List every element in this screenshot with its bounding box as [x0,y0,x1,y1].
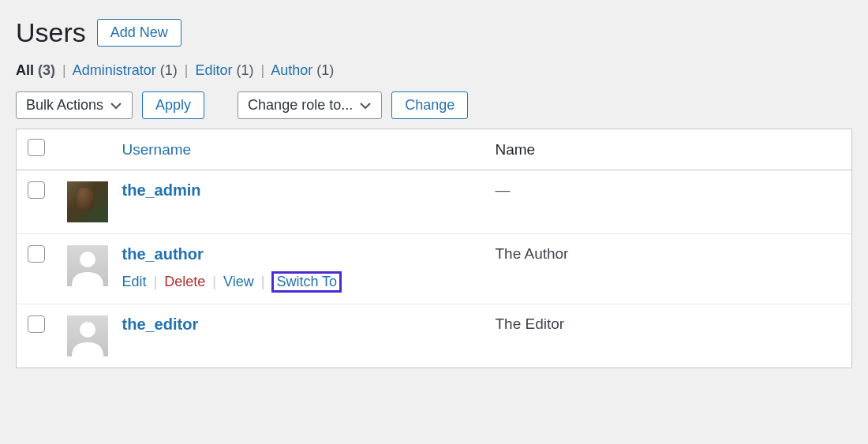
table-row: the_editor The Editor [17,304,852,368]
page-header: Users Add New [16,17,852,48]
filter-administrator[interactable]: Administrator (1) [73,62,178,78]
table-row: the_admin — [17,170,852,234]
avatar [67,315,108,356]
svg-point-1 [80,322,95,338]
username-link[interactable]: the_editor [122,315,199,333]
change-role-select[interactable]: Change role to... [238,91,382,119]
users-table: Username Name the_admin — [16,129,852,368]
row-actions: Edit | Delete | View | Switch To [122,271,483,293]
filter-author[interactable]: Author (1) [271,62,334,78]
switch-to-link[interactable]: Switch To [276,274,337,289]
page-title: Users [16,17,86,48]
filter-all[interactable]: All (3) [16,62,55,78]
chevron-down-icon [359,99,372,112]
name-value: The Editor [496,315,565,332]
username-link[interactable]: the_admin [122,181,201,199]
avatar [67,245,108,286]
edit-link[interactable]: Edit [122,274,147,289]
row-checkbox[interactable] [28,315,45,333]
role-filter-bar: All (3) | Administrator (1) | Editor (1)… [16,62,852,79]
table-nav: Bulk Actions Apply Change role to... Cha… [16,91,852,119]
view-link[interactable]: View [223,274,254,289]
column-name: Name [489,129,852,170]
avatar [67,181,108,222]
bulk-actions-select[interactable]: Bulk Actions [16,91,133,119]
add-new-button[interactable]: Add New [97,19,181,47]
filter-editor[interactable]: Editor (1) [196,62,254,78]
column-username[interactable]: Username [116,129,489,170]
username-link[interactable]: the_author [122,245,204,263]
select-all-checkbox[interactable] [28,139,45,156]
chevron-down-icon [110,99,122,112]
delete-link[interactable]: Delete [164,274,205,289]
table-row: the_author Edit | Delete | View | Switch… [17,234,852,304]
svg-point-0 [80,252,95,267]
row-checkbox[interactable] [28,181,45,199]
name-value: The Author [496,245,569,262]
change-button[interactable]: Change [391,91,468,119]
apply-button[interactable]: Apply [142,91,204,119]
name-value: — [496,181,511,198]
row-checkbox[interactable] [28,245,45,263]
